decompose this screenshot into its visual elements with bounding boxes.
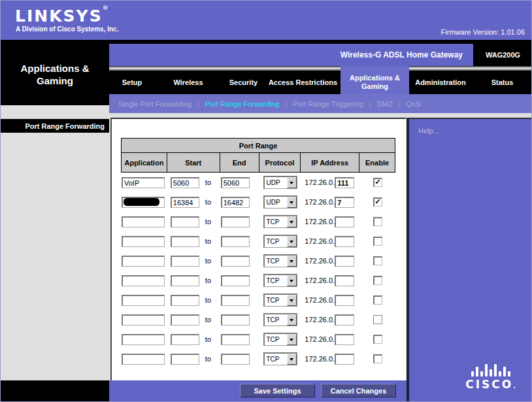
ip-suffix-input[interactable] (335, 275, 354, 286)
protocol-select[interactable]: TCP (263, 333, 297, 346)
protocol-value: TCP (265, 295, 287, 306)
dropdown-button[interactable] (287, 314, 297, 326)
enable-checkbox[interactable] (373, 256, 382, 265)
protocol-select[interactable]: UDP (263, 176, 297, 189)
dropdown-button[interactable] (287, 216, 297, 227)
nav-tab[interactable]: Security (222, 71, 265, 94)
start-port-input[interactable] (171, 216, 199, 227)
dropdown-button[interactable] (287, 295, 297, 306)
dropdown-button[interactable] (287, 236, 297, 247)
subnav-link[interactable]: QoS (407, 100, 421, 108)
registered-mark-icon: ® (103, 5, 108, 11)
application-input[interactable] (122, 354, 165, 365)
dropdown-button[interactable] (287, 177, 297, 188)
protocol-select[interactable]: TCP (263, 215, 297, 228)
table-row: to TCP 172.26.0. (121, 290, 395, 310)
application-input[interactable] (122, 256, 165, 267)
end-port-input[interactable] (221, 216, 250, 227)
dropdown-button[interactable] (287, 275, 297, 286)
column-header-label: End (233, 159, 246, 167)
ip-suffix-input[interactable] (335, 197, 354, 208)
tab-label: Security (229, 78, 258, 87)
protocol-value: TCP (265, 216, 287, 227)
enable-checkbox[interactable] (373, 178, 382, 187)
enable-checkbox[interactable] (373, 237, 382, 246)
end-port-input[interactable] (221, 334, 250, 345)
protocol-select[interactable]: TCP (263, 274, 297, 287)
end-port-input[interactable] (221, 177, 250, 188)
end-port-input[interactable] (221, 295, 250, 306)
start-port-input[interactable] (171, 177, 199, 188)
subnav-link[interactable]: Port Range Forwarding (205, 100, 280, 108)
header: LINKSYS® A Division of Cisco Systems, In… (1, 1, 532, 40)
subnav-link[interactable]: Port Range Triggering (293, 100, 363, 108)
tab-label: Applications & Gaming (341, 74, 409, 91)
enable-checkbox[interactable] (373, 315, 382, 324)
dropdown-button[interactable] (287, 256, 297, 267)
start-port-input[interactable] (171, 236, 199, 247)
end-port-input[interactable] (221, 354, 250, 365)
application-input[interactable] (122, 314, 165, 326)
end-port-input[interactable] (221, 256, 250, 267)
subnav-separator: | (285, 100, 287, 108)
protocol-select[interactable]: TCP (263, 313, 297, 326)
dropdown-button[interactable] (287, 354, 297, 365)
application-input[interactable] (122, 216, 165, 227)
nav-tab[interactable]: Administration (409, 71, 472, 94)
protocol-select[interactable]: TCP (263, 352, 297, 365)
protocol-select[interactable]: TCP (263, 254, 297, 267)
subnav-link[interactable]: DMZ (377, 100, 393, 108)
application-input[interactable] (122, 236, 165, 247)
tab-label: Setup (122, 78, 142, 87)
ip-suffix-input[interactable] (335, 314, 354, 326)
protocol-select[interactable]: TCP (263, 293, 297, 307)
start-port-input[interactable] (171, 256, 199, 267)
end-port-input[interactable] (221, 314, 250, 326)
dropdown-button[interactable] (287, 197, 297, 208)
nav-tab[interactable]: Wireless (155, 71, 222, 94)
nav-tab[interactable]: Setup (109, 71, 155, 94)
column-header: Application (121, 152, 167, 173)
ip-suffix-input[interactable] (335, 256, 354, 267)
enable-checkbox[interactable] (373, 295, 382, 305)
protocol-select[interactable]: TCP (263, 235, 297, 248)
cancel-changes-button[interactable]: Cancel Changes (321, 384, 396, 397)
ip-suffix-input[interactable] (335, 216, 354, 227)
save-settings-button[interactable]: Save Settings (240, 384, 315, 397)
enable-checkbox[interactable] (373, 276, 382, 285)
start-port-input[interactable] (171, 197, 199, 208)
help-link[interactable]: Help... (418, 127, 439, 135)
protocol-select[interactable]: UDP (263, 195, 297, 209)
start-port-input[interactable] (171, 334, 199, 345)
model-number: WAG200G (486, 51, 520, 59)
start-port-input[interactable] (171, 354, 199, 365)
subnav-link[interactable]: Single Port Forwarding (118, 100, 191, 108)
ip-suffix-input[interactable] (335, 295, 354, 306)
enable-checkbox[interactable] (373, 197, 382, 207)
dropdown-button[interactable] (287, 334, 297, 345)
ip-suffix-input[interactable] (335, 354, 354, 365)
nav-tab[interactable]: Access Restrictions (265, 71, 341, 94)
chevron-down-icon (290, 339, 293, 343)
ip-suffix-input[interactable] (335, 236, 354, 247)
ip-suffix-input[interactable] (335, 334, 354, 345)
to-label: to (205, 276, 211, 284)
start-port-input[interactable] (171, 295, 199, 306)
application-input[interactable] (122, 177, 165, 188)
application-input[interactable] (122, 295, 165, 306)
column-header: End (220, 152, 259, 173)
enable-checkbox[interactable] (373, 335, 382, 344)
start-port-input[interactable] (171, 314, 199, 326)
start-port-input[interactable] (171, 275, 199, 286)
enable-checkbox[interactable] (373, 354, 382, 363)
ip-suffix-input[interactable] (335, 177, 354, 188)
nav-tab[interactable]: Applications & Gaming (341, 71, 409, 94)
end-port-input[interactable] (221, 275, 250, 286)
end-port-input[interactable] (221, 197, 250, 208)
table-body: to UDP 172.26.0. to (121, 173, 395, 369)
application-input[interactable] (122, 334, 165, 345)
end-port-input[interactable] (221, 236, 250, 247)
application-input[interactable] (122, 275, 165, 286)
nav-tab[interactable]: Status (472, 71, 532, 94)
enable-checkbox[interactable] (373, 217, 382, 226)
